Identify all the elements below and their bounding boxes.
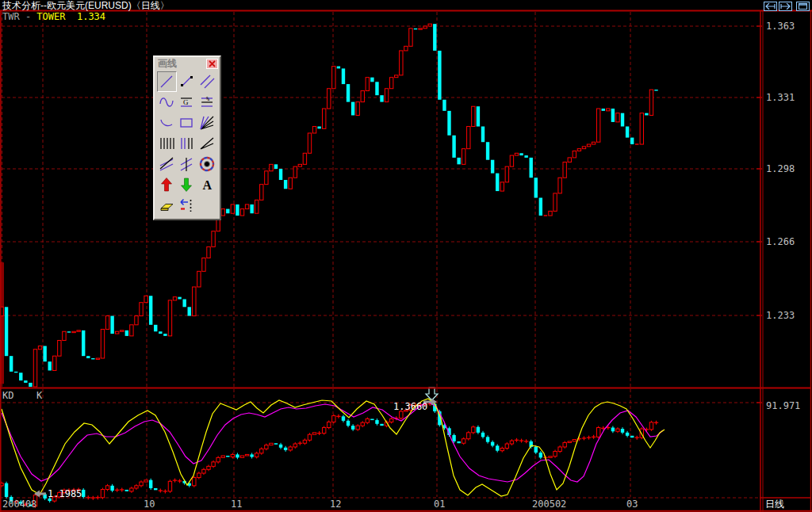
mini-candle [303, 440, 306, 443]
tower-bar [48, 361, 52, 370]
tower-bar [115, 331, 118, 334]
tower-bar [33, 350, 36, 387]
mini-candle [154, 488, 157, 490]
mini-candle [342, 416, 345, 421]
tool-line-segment-icon[interactable] [177, 71, 197, 92]
tower-bar [462, 149, 465, 165]
drawline-toolbar-title: 画线 [158, 57, 177, 71]
tower-bar [182, 299, 186, 307]
mini-candle [496, 445, 499, 450]
tower-bar [472, 106, 475, 126]
tower-bar [389, 78, 393, 89]
tower-bar [96, 358, 99, 359]
mini-candle [375, 420, 378, 424]
tower-bar [419, 29, 422, 29]
time-axis-label: 01 [434, 499, 445, 510]
maximize-button[interactable] [796, 2, 810, 11]
tower-bar [486, 142, 489, 159]
tower-bar [654, 90, 657, 90]
mini-candle [370, 418, 373, 420]
mini-candle [250, 454, 253, 457]
mini-candle [366, 418, 369, 422]
drawline-toolbar[interactable]: 画线 G%A [153, 55, 221, 220]
tool-percent-lines-icon[interactable]: % [197, 92, 217, 113]
mini-candle [553, 451, 557, 456]
time-axis-label: 200502 [532, 499, 566, 510]
tool-arc-icon[interactable] [157, 113, 177, 133]
tool-text-label-icon[interactable]: A [197, 174, 217, 195]
mini-candle [351, 426, 354, 430]
mini-candle [105, 486, 109, 490]
tower-bar [173, 297, 176, 300]
tower-bar [14, 372, 17, 373]
tool-up-arrow-icon[interactable] [157, 174, 177, 195]
tool-eraser-icon[interactable] [157, 195, 177, 216]
tool-angle-lines-icon[interactable] [197, 133, 217, 154]
tool-trendline-icon[interactable] [157, 71, 177, 92]
tool-regression-channel-icon[interactable] [157, 154, 177, 174]
tool-cycle-circle-icon[interactable] [197, 154, 217, 174]
tool-golden-section-lines-icon[interactable]: G [177, 92, 197, 113]
tower-bar [404, 46, 408, 51]
tower-bar [135, 316, 138, 325]
tool-measure-line-icon[interactable] [177, 195, 197, 216]
tower-bar [91, 358, 94, 359]
price-axis-label: 1.233 [766, 311, 795, 321]
tool-vertical-grid-lines-2-icon[interactable] [177, 133, 197, 154]
tower-bar [293, 166, 297, 178]
tower-bar [144, 296, 147, 302]
tower-bar [553, 193, 557, 211]
mini-candle [510, 441, 513, 444]
close-icon[interactable] [206, 59, 218, 69]
tower-bar [505, 166, 508, 182]
tower-bar [245, 204, 248, 209]
tower-bar [496, 174, 499, 191]
tower-bar [202, 258, 205, 271]
tower-bar [611, 109, 615, 122]
tower-bar [592, 142, 595, 144]
mini-candle [231, 454, 234, 457]
mini-candle [616, 429, 619, 431]
mini-candle [347, 421, 350, 426]
tower-bar [58, 340, 61, 356]
tower-bar [63, 331, 66, 340]
tower-bar [442, 100, 446, 111]
mini-candle [144, 480, 147, 482]
mini-candle [221, 456, 224, 457]
tower-bar [530, 158, 533, 178]
tower-bar [284, 180, 287, 189]
scroll-right-button[interactable] [779, 2, 792, 11]
tower-bar [380, 95, 383, 101]
tool-gann-fan-icon[interactable] [197, 113, 217, 133]
tower-bar [159, 331, 162, 334]
tool-parallel-lines-icon[interactable] [197, 71, 217, 92]
mini-candle [549, 457, 552, 458]
tool-wave-curve-icon[interactable] [157, 92, 177, 113]
mini-candle [500, 449, 504, 451]
mini-candle [236, 454, 239, 457]
tool-down-arrow-icon[interactable] [177, 174, 197, 195]
mini-candle [322, 428, 325, 434]
mini-candle [630, 436, 634, 437]
drawline-toolbar-titlebar[interactable]: 画线 [155, 57, 220, 71]
chart-canvas[interactable] [0, 0, 812, 512]
tool-rectangle-icon[interactable] [177, 113, 197, 133]
tower-bar [414, 29, 417, 29]
tool-vertical-grid-lines-icon[interactable] [157, 133, 177, 154]
tower-bar [197, 271, 201, 287]
scroll-left-button[interactable] [764, 2, 777, 11]
mini-candle [135, 486, 138, 488]
mini-candle [361, 422, 364, 426]
tower-bar [67, 331, 71, 332]
tower-bar [626, 127, 629, 138]
mini-candle [245, 454, 248, 456]
mini-candle [240, 456, 243, 457]
time-axis-label: 12 [330, 499, 341, 510]
mini-candle [477, 427, 480, 433]
price-axis-label: 1.331 [766, 93, 795, 103]
tower-bar [481, 127, 485, 143]
mini-candle [563, 442, 566, 447]
app-window: 技术分析--欧元美元(EURUSD)〈日线〉 TWR - TOWER 1.334… [0, 0, 812, 512]
tool-parallel-channel-icon[interactable] [177, 154, 197, 174]
svg-text:%: % [206, 96, 210, 102]
